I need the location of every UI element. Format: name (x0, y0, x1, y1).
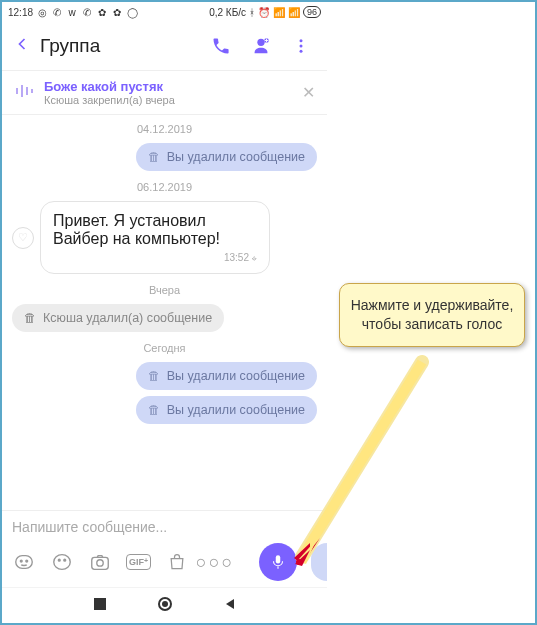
circle-icon: ◯ (126, 6, 138, 18)
svg-rect-9 (16, 556, 33, 569)
deleted-text: Вы удалили сообщение (167, 369, 305, 383)
phone-frame: 12:18 ◎ ✆ w ✆ ✿ ✿ ◯ 0,2 КБ/с ᚼ ⏰ 📶 📶 96 … (2, 2, 327, 623)
read-status-icon: 𐰬 (252, 252, 257, 263)
deleted-message[interactable]: 🗑 Вы удалили сообщение (136, 143, 317, 171)
svg-point-13 (58, 559, 60, 561)
message-time: 13:52 (224, 252, 249, 263)
emoji-icon[interactable] (50, 551, 74, 573)
back-nav-button[interactable] (223, 597, 237, 615)
gif-icon[interactable]: GIF+ (126, 554, 151, 570)
message-input[interactable]: Напишите сообщение... (12, 519, 317, 535)
svg-point-12 (54, 555, 71, 570)
wifi-icon: 📶 (288, 7, 300, 18)
callout-text: Нажмите и удерживайте, чтобы записать го… (351, 297, 514, 332)
signal-icon: 📶 (273, 7, 285, 18)
instagram-icon: ◎ (36, 6, 48, 18)
chat-title: Группа (40, 35, 197, 57)
status-bar: 12:18 ◎ ✆ w ✆ ✿ ✿ ◯ 0,2 КБ/с ᚼ ⏰ 📶 📶 96 (2, 2, 327, 22)
svg-point-3 (300, 45, 303, 48)
message-row: 🗑 Вы удалили сообщение (12, 362, 317, 390)
message-row: 🗑 Вы удалили сообщение (12, 143, 317, 171)
pinned-message[interactable]: Боже какой пустяк Ксюша закрепил(а) вчер… (2, 71, 327, 114)
date-separator: 06.12.2019 (12, 181, 317, 193)
tooltip-callout: Нажмите и удерживайте, чтобы записать го… (339, 283, 525, 347)
bluetooth-icon: ᚼ (249, 7, 255, 18)
trash-icon: 🗑 (148, 150, 161, 164)
deleted-message[interactable]: 🗑 Вы удалили сообщение (136, 362, 317, 390)
svg-point-2 (300, 39, 303, 42)
gif-label: GIF (129, 557, 144, 567)
pinned-subtitle: Ксюша закрепил(а) вчера (44, 94, 292, 106)
data-rate: 0,2 КБ/с (209, 7, 246, 18)
android-nav-bar (2, 587, 327, 623)
svg-rect-18 (94, 598, 106, 610)
add-member-button[interactable] (245, 30, 277, 62)
vk-icon: w (66, 6, 78, 18)
status-time: 12:18 (8, 7, 33, 18)
deleted-text: Вы удалили сообщение (167, 403, 305, 417)
deleted-text: Вы удалили сообщение (167, 150, 305, 164)
svg-point-0 (257, 39, 264, 46)
message-text: Привет. Я установил Вайбер на компьютер! (53, 212, 220, 247)
svg-point-4 (300, 50, 303, 53)
trash-icon: 🗑 (148, 369, 161, 383)
home-button[interactable] (157, 596, 173, 616)
pinned-title: Боже какой пустяк (44, 79, 292, 94)
like-button[interactable]: ♡ (12, 227, 34, 249)
sync2-icon: ✿ (111, 6, 123, 18)
voice-record-button[interactable] (259, 543, 297, 581)
recent-apps-button[interactable] (93, 597, 107, 615)
message-bubble[interactable]: Привет. Я установил Вайбер на компьютер!… (40, 201, 270, 274)
trash-icon: 🗑 (24, 311, 37, 325)
sticker-icon[interactable] (12, 551, 36, 573)
chat-header: Группа (2, 22, 327, 70)
svg-point-11 (26, 560, 28, 562)
date-separator: Сегодня (12, 342, 317, 354)
svg-point-20 (162, 601, 168, 607)
date-separator: Вчера (12, 284, 317, 296)
trash-icon: 🗑 (148, 403, 161, 417)
date-separator: 04.12.2019 (12, 123, 317, 135)
alarm-icon: ⏰ (258, 7, 270, 18)
svg-point-10 (20, 560, 22, 562)
send-peek (311, 543, 327, 581)
audio-wave-icon (14, 82, 34, 104)
svg-rect-17 (276, 555, 281, 563)
deleted-text: Ксюша удалил(а) сообщение (43, 311, 212, 325)
message-row: ♡ Привет. Я установил Вайбер на компьюте… (12, 201, 317, 274)
svg-point-16 (97, 560, 103, 566)
phone-icon: ✆ (81, 6, 93, 18)
deleted-message[interactable]: 🗑 Вы удалили сообщение (136, 396, 317, 424)
whatsapp-icon: ✆ (51, 6, 63, 18)
menu-button[interactable] (285, 30, 317, 62)
input-bar: Напишите сообщение... GIF+ ○○○ (2, 510, 327, 587)
deleted-message[interactable]: 🗑 Ксюша удалил(а) сообщение (12, 304, 224, 332)
unpin-button[interactable]: ✕ (302, 83, 315, 102)
shop-icon[interactable] (165, 552, 189, 572)
battery-level: 96 (303, 6, 321, 18)
camera-icon[interactable] (88, 551, 112, 573)
call-button[interactable] (205, 30, 237, 62)
sync-icon: ✿ (96, 6, 108, 18)
chat-scroll[interactable]: 04.12.2019 🗑 Вы удалили сообщение 06.12.… (2, 115, 327, 510)
more-icon[interactable]: ○○○ (203, 552, 227, 573)
message-row: 🗑 Ксюша удалил(а) сообщение (12, 304, 317, 332)
back-button[interactable] (12, 34, 32, 58)
svg-point-14 (64, 559, 66, 561)
message-row: 🗑 Вы удалили сообщение (12, 396, 317, 424)
